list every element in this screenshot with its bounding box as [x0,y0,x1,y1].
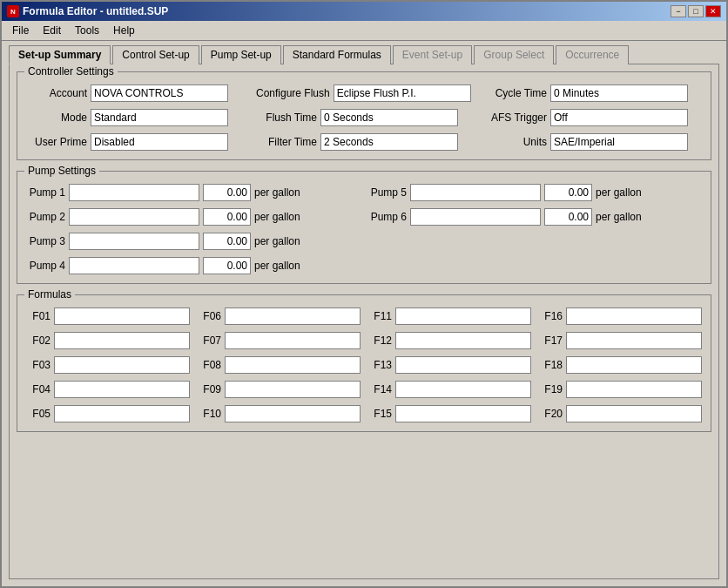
tab-standard-formulas[interactable]: Standard Formulas [283,45,391,64]
formula-f07: F07 [197,332,361,349]
formulas-col-2: F06 F07 F08 F09 [197,308,361,422]
user-prime-row: User Prime [26,133,242,151]
menu-tools[interactable]: Tools [68,23,106,38]
tab-bar: Set-up Summary Control Set-up Pump Set-u… [2,41,726,64]
pump-settings-section: Pump Settings Pump 1 per gallon Pump 2 p… [17,171,711,284]
f06-input[interactable] [225,308,361,325]
f16-input[interactable] [566,308,702,325]
tab-pump-setup[interactable]: Pump Set-up [201,45,281,64]
tab-occurrence[interactable]: Occurrence [556,45,629,64]
f19-input[interactable] [566,381,702,398]
f14-input[interactable] [395,381,531,398]
f13-label: F13 [367,359,392,371]
menu-edit[interactable]: Edit [36,23,68,38]
user-prime-input[interactable] [91,133,228,151]
formula-f20: F20 [538,405,702,422]
f10-input[interactable] [225,405,361,422]
f17-input[interactable] [566,332,702,349]
f04-label: F04 [26,383,51,395]
f02-input[interactable] [54,332,190,349]
afs-trigger-label: AFS Trigger [486,112,547,124]
afs-trigger-input[interactable] [550,109,688,126]
configure-flush-input[interactable] [334,84,471,102]
formula-f16: F16 [538,308,702,325]
mode-input[interactable] [91,109,228,126]
units-input[interactable] [550,133,688,151]
pump5-val-input[interactable] [544,184,592,201]
formulas-grid: F01 F02 F03 F04 [26,308,702,422]
formula-f11: F11 [367,308,531,325]
cycle-time-input[interactable] [550,84,688,102]
f18-input[interactable] [566,356,702,374]
pump2-name-input[interactable] [69,208,199,226]
pump1-label: Pump 1 [26,186,65,199]
formulas-col-1: F01 F02 F03 F04 [26,308,190,422]
pump-right-col: Pump 5 per gallon Pump 6 per gallon [367,184,702,274]
pump3-name-input[interactable] [69,233,199,250]
filter-time-input[interactable] [320,133,458,151]
pump6-unit: per gallon [596,211,648,223]
menu-help[interactable]: Help [106,23,142,38]
tab-control-setup[interactable]: Control Set-up [112,45,199,64]
formula-f10: F10 [197,405,361,422]
f05-input[interactable] [54,405,190,422]
pump4-unit: per gallon [254,260,307,272]
afs-trigger-row: AFS Trigger [486,109,702,126]
f14-label: F14 [367,383,392,395]
titlebar: N Formula Editor - untitled.SUP − □ ✕ [2,2,726,21]
filter-time-label: Filter Time [256,136,317,148]
cycle-time-label: Cycle Time [486,87,547,99]
pump3-val-input[interactable] [203,233,251,250]
f11-input[interactable] [395,308,531,325]
pump-row-6: Pump 6 per gallon [367,208,702,226]
pump5-name-input[interactable] [410,184,541,201]
f03-input[interactable] [54,356,190,374]
pump2-unit: per gallon [254,211,307,223]
minimize-button[interactable]: − [671,5,686,17]
flush-time-row: Flush Time [256,109,472,126]
formula-f12: F12 [367,332,531,349]
f13-input[interactable] [395,356,531,374]
controller-settings-grid: Account Configure Flush Cycle Time Mode [26,84,702,151]
f07-input[interactable] [225,332,361,349]
window-title: Formula Editor - untitled.SUP [23,5,168,17]
pump1-val-input[interactable] [203,184,251,201]
pump-row-3: Pump 3 per gallon [26,233,361,250]
formula-f15: F15 [367,405,531,422]
menu-file[interactable]: File [5,23,36,38]
account-input[interactable] [91,84,228,102]
formula-f09: F09 [197,381,361,398]
filter-time-row: Filter Time [256,133,472,151]
account-row: Account [26,84,242,102]
f02-label: F02 [26,335,51,347]
f03-label: F03 [26,359,51,371]
f04-input[interactable] [54,381,190,398]
f12-input[interactable] [395,332,531,349]
f09-label: F09 [197,383,221,395]
user-prime-label: User Prime [26,136,87,148]
formula-f03: F03 [26,356,190,374]
mode-row: Mode [26,109,242,126]
formula-f13: F13 [367,356,531,374]
tab-event-setup[interactable]: Event Set-up [393,45,472,64]
pump4-name-input[interactable] [69,257,199,274]
flush-time-input[interactable] [320,109,458,126]
f05-label: F05 [26,408,51,420]
tab-group-select[interactable]: Group Select [474,45,554,64]
formulas-section: Formulas F01 F02 F03 [17,294,711,432]
maximize-button[interactable]: □ [688,5,704,17]
titlebar-buttons: − □ ✕ [671,5,721,17]
close-button[interactable]: ✕ [705,5,721,17]
f09-input[interactable] [225,381,361,398]
tab-setup-summary[interactable]: Set-up Summary [9,45,111,64]
pump6-name-input[interactable] [410,208,541,226]
f08-input[interactable] [225,356,361,374]
pump1-name-input[interactable] [69,184,199,201]
pump4-val-input[interactable] [203,257,251,274]
pump2-val-input[interactable] [203,208,251,226]
f15-input[interactable] [395,405,531,422]
pump6-val-input[interactable] [544,208,592,226]
formula-f01: F01 [26,308,190,325]
f01-input[interactable] [54,308,190,325]
f20-input[interactable] [566,405,702,422]
